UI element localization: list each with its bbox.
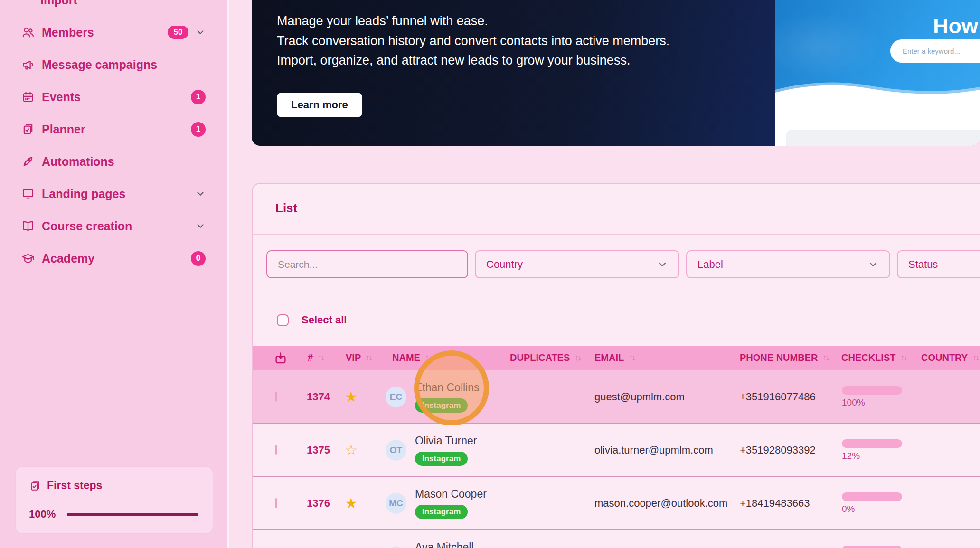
column-header-name[interactable]: NAME↑↓ (380, 352, 498, 363)
sidebar-item-course-creation[interactable]: Course creation (0, 210, 227, 242)
first-steps-progressbar (67, 513, 198, 516)
channel-badge: Instagram (415, 398, 468, 413)
sidebar-item-import[interactable]: Import (0, 0, 227, 16)
keyword-search-input[interactable] (890, 39, 980, 63)
list-panel: List Country Label Status Select all #↑↓ (252, 183, 980, 548)
export-button[interactable] (266, 351, 295, 365)
sidebar-item-landing-pages[interactable]: Landing pages (0, 178, 227, 210)
chevron-down-icon[interactable] (195, 189, 206, 199)
clipboard-check-icon (21, 123, 35, 136)
sidebar-item-label: Message campaigns (42, 58, 157, 72)
table-row[interactable]: 1374 ★☆ EC Ethan Collins Instagram guest… (253, 370, 980, 424)
export-icon (273, 351, 288, 365)
sidebar: Import Members 50 Message campaigns Even… (0, 0, 227, 548)
select-all-label: Select all (302, 314, 347, 326)
learn-more-button[interactable]: Learn more (277, 93, 362, 117)
sidebar-item-events[interactable]: Events 1 (0, 81, 227, 113)
book-icon (21, 219, 35, 233)
vip-star-icon[interactable]: ★☆ (345, 442, 358, 458)
checklist-cell: 100% (829, 370, 909, 423)
table-row[interactable]: 1375 ★☆ OT Olivia Turner Instagram olivi… (253, 424, 980, 477)
column-header-duplicates[interactable]: DUPLICATES↑↓ (498, 352, 582, 363)
contact-email: guest@upmlm.com (582, 391, 727, 403)
sort-icon: ↑↓ (972, 353, 978, 363)
vip-star-icon[interactable]: ★☆ (345, 495, 358, 511)
country-filter-dropdown[interactable]: Country (475, 250, 679, 278)
channel-badge: Instagram (415, 452, 468, 466)
chevron-down-icon (657, 259, 668, 270)
search-input[interactable] (266, 250, 468, 278)
divider (253, 234, 980, 235)
table-row[interactable]: 1376 ★☆ MC Mason Cooper Instagram mason.… (253, 477, 980, 530)
row-checkbox[interactable] (275, 392, 277, 402)
table-header: #↑↓ VIP↑↓ NAME↑↓ DUPLICATES↑↓ EMAIL↑↓ PH… (253, 346, 980, 370)
sidebar-item-label: Events (42, 90, 81, 104)
sort-icon: ↑↓ (318, 353, 323, 363)
sidebar-divider (227, 0, 229, 548)
select-all-checkbox[interactable] (277, 314, 289, 326)
sidebar-item-label: Academy (42, 252, 94, 265)
first-steps-card[interactable]: First steps 100% (15, 466, 213, 534)
vip-star-icon[interactable]: ★☆ (345, 389, 358, 405)
checklist-percent: 0% (842, 504, 855, 514)
sort-icon: ↑↓ (425, 353, 431, 363)
filters-bar: Country Label Status (266, 250, 980, 278)
chevron-down-icon[interactable] (195, 221, 206, 231)
select-all-row: Select all (277, 314, 347, 326)
checklist-progressbar (842, 492, 902, 501)
contact-name[interactable]: Ethan Collins (415, 381, 480, 394)
checklist-progressbar (842, 386, 902, 395)
avatar: MC (386, 493, 406, 514)
row-checkbox[interactable] (275, 498, 277, 508)
sidebar-item-automations[interactable]: Automations (0, 145, 227, 178)
planner-count-badge: 1 (191, 122, 206, 137)
checklist-cell: 0% (829, 477, 909, 529)
sidebar-item-members[interactable]: Members 50 (0, 16, 227, 48)
help-center-card (786, 130, 980, 146)
contact-name[interactable]: Olivia Turner (415, 435, 477, 447)
column-header-country[interactable]: COUNTRY↑↓ (909, 352, 980, 363)
sort-icon: ↑↓ (822, 353, 828, 363)
chevron-down-icon[interactable] (195, 27, 206, 38)
calendar-icon (21, 90, 35, 104)
column-header-number[interactable]: #↑↓ (295, 352, 333, 363)
row-number: 1374 (295, 391, 333, 403)
sidebar-item-label: Import (40, 0, 77, 7)
page-title: List (275, 201, 297, 216)
checklist-progressbar (842, 439, 902, 448)
checklist-cell: 0% (829, 530, 909, 548)
sort-icon: ↑↓ (629, 353, 634, 363)
contact-phone: +18419483663 (727, 497, 829, 510)
avatar: EC (386, 387, 406, 407)
app-root: Import Members 50 Message campaigns Even… (0, 0, 980, 548)
events-count-badge: 1 (191, 90, 206, 104)
chevron-down-icon (867, 259, 879, 270)
first-steps-percent: 100% (29, 508, 56, 520)
sidebar-item-planner[interactable]: Planner 1 (0, 113, 227, 145)
country-filter-label: Country (486, 258, 523, 271)
sidebar-item-academy[interactable]: Academy 0 (0, 242, 227, 274)
status-filter-dropdown[interactable]: Status (897, 250, 980, 278)
contact-name[interactable]: Ava Mitchell (415, 541, 474, 548)
row-checkbox[interactable] (275, 445, 277, 455)
avatar: OT (386, 440, 406, 461)
table-row[interactable]: 1377 ★☆ AM Ava Mitchell Instagram ava.mi… (253, 530, 980, 548)
column-header-vip[interactable]: VIP↑↓ (333, 352, 380, 363)
label-filter-dropdown[interactable]: Label (686, 250, 890, 278)
sidebar-item-message-campaigns[interactable]: Message campaigns (0, 48, 227, 81)
column-header-checklist[interactable]: CHECKLIST↑↓ (829, 352, 909, 363)
promo-banner: Manage your leads’ funnel with ease. Tra… (252, 0, 980, 146)
column-header-phone[interactable]: PHONE NUMBER↑↓ (727, 352, 829, 363)
help-center-heading: How C (933, 14, 980, 38)
channel-badge: Instagram (415, 505, 468, 519)
checklist-percent: 12% (842, 451, 860, 461)
contact-name[interactable]: Mason Cooper (415, 488, 487, 500)
sidebar-item-label: Members (42, 26, 94, 39)
column-header-email[interactable]: EMAIL↑↓ (582, 352, 727, 363)
row-number: 1375 (295, 444, 333, 456)
academy-count-badge: 0 (191, 251, 206, 266)
checklist-progressbar (842, 546, 902, 548)
banner-line: Manage your leads’ funnel with ease. (277, 11, 669, 31)
graduation-cap-icon (21, 252, 35, 265)
monitor-icon (21, 187, 35, 200)
